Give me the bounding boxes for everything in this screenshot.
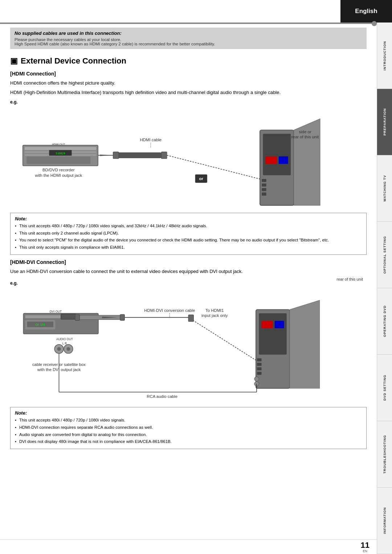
hdmi-note-list: This unit accepts 480i / 480p / 720p / 1… (15, 223, 362, 250)
svg-point-41 (57, 347, 61, 351)
page-number-area: 11 EN (0, 539, 377, 554)
hdmi-note-item-3: This unit only accepts signals in compli… (15, 244, 362, 250)
hdmi-note-item-1: This unit accepts only 2 channel audio s… (15, 230, 362, 236)
svg-text:or: or (199, 176, 204, 181)
svg-point-61 (254, 377, 259, 381)
svg-text:AUDIO OUT: AUDIO OUT (56, 338, 73, 341)
svg-rect-22 (262, 192, 266, 195)
dvi-heading: [HDMI-DVI Connection] (10, 259, 367, 265)
svg-rect-21 (262, 188, 266, 191)
svg-text:rear of this unit: rear of this unit (291, 135, 319, 139)
sidebar-tab-troubleshooting-label: TROUBLESHOOTING (383, 435, 387, 474)
svg-line-30 (167, 155, 260, 179)
svg-rect-37 (61, 314, 76, 319)
sidebar-tab-optional-setting[interactable]: OPTIONAL SETTING (377, 222, 392, 288)
hdmi-note-item-0: This unit accepts 480i / 480p / 720p / 1… (15, 223, 362, 229)
svg-text:with the HDMI output jack: with the HDMI output jack (34, 173, 82, 178)
sidebar-tab-dvd-setting[interactable]: DVD SETTING (377, 355, 392, 421)
svg-rect-45 (75, 314, 79, 321)
svg-rect-56 (275, 321, 284, 329)
info-box-title: No supplied cables are used in this conn… (15, 30, 362, 36)
svg-text:side or: side or (299, 130, 311, 134)
hdmi-heading: [HDMI Connection] (10, 71, 367, 77)
dvi-note-box: Note: This unit accepts 480i / 480p / 72… (10, 407, 367, 449)
svg-text:HDMI-DVI conversion cable: HDMI-DVI conversion cable (144, 308, 195, 313)
svg-text:CH 179: CH 179 (36, 323, 45, 326)
svg-text:HDMI cable: HDMI cable (140, 138, 162, 142)
svg-text:BD/DVD recorder: BD/DVD recorder (42, 168, 75, 172)
sidebar-tab-dvd-setting-label: DVD SETTING (383, 375, 387, 401)
svg-rect-20 (262, 183, 266, 186)
info-box-line2: High Speed HDMI cable (also known as HDM… (15, 42, 362, 46)
sidebar-tab-watching-tv[interactable]: WATCHING TV (377, 155, 392, 222)
svg-rect-13 (113, 152, 119, 159)
svg-text:RCA audio cable: RCA audio cable (147, 394, 177, 399)
dvi-body: Use an HDMI-DVI conversion cable to conn… (10, 268, 367, 275)
svg-rect-1 (25, 147, 96, 150)
hdmi-diagram: 510829 HDMI OUT HDMI cable or (10, 107, 367, 209)
sidebar-tab-introduction[interactable]: INTRODUCTION (377, 23, 392, 89)
dvi-diagram: CH 179 DVI OUT AUDIO OUT L R HDMI-DVI co… (10, 291, 367, 403)
svg-text:HDMI OUT: HDMI OUT (52, 143, 65, 146)
dvi-note-item-0: This unit accepts 480i / 480p / 720p / 1… (15, 417, 362, 423)
svg-rect-4 (26, 156, 90, 164)
svg-rect-18 (263, 134, 291, 175)
sidebar-tab-operating-dvd-label: OPERATING DVD (383, 305, 387, 337)
sidebar-tab-watching-tv-label: WATCHING TV (383, 175, 387, 201)
svg-rect-54 (259, 313, 286, 355)
hdmi-note-title: Note: (15, 216, 362, 221)
dvi-note-item-3: DVI does not display 480i image that is … (15, 439, 362, 445)
svg-rect-14 (161, 152, 167, 159)
right-sidebar: INTRODUCTION PREPARATION WATCHING TV OPT… (377, 23, 392, 554)
svg-text:510829: 510829 (56, 152, 65, 155)
dvi-note-item-2: Audio signals are converted from digital… (15, 432, 362, 438)
svg-marker-63 (290, 300, 320, 388)
sidebar-tab-operating-dvd[interactable]: OPERATING DVD (377, 288, 392, 355)
section-number-icon: ▣ (10, 56, 18, 66)
sidebar-tab-preparation[interactable]: PREPARATION (377, 89, 392, 155)
svg-rect-57 (257, 358, 261, 361)
svg-rect-59 (257, 367, 261, 370)
page-number: 11 (361, 541, 369, 549)
sidebar-tab-optional-setting-label: OPTIONAL SETTING (383, 236, 387, 274)
hdmi-body1: HDMI connection offers the highest pictu… (10, 80, 367, 87)
sidebar-tab-introduction-label: INTRODUCTION (383, 41, 387, 70)
svg-point-43 (66, 347, 70, 351)
dvi-dest-label: rear of this unit (336, 277, 363, 281)
section-title: ▣ External Device Connection (10, 56, 367, 66)
svg-rect-12 (117, 152, 162, 158)
svg-rect-19 (262, 179, 266, 182)
sidebar-tab-information[interactable]: INFORMATION (377, 488, 392, 554)
svg-rect-60 (257, 372, 261, 375)
svg-text:input jack only: input jack only (201, 314, 228, 318)
hdmi-note-box: Note: This unit accepts 480i / 480p / 72… (10, 213, 367, 255)
hdmi-note-item-2: You need to select "PCM" for the digital… (15, 237, 362, 243)
sidebar-tab-troubleshooting[interactable]: TROUBLESHOOTING (377, 421, 392, 488)
info-box-line1: Please purchase the necessary cables at … (15, 37, 362, 42)
svg-rect-58 (257, 363, 261, 366)
sidebar-tab-information-label: INFORMATION (383, 507, 387, 534)
svg-rect-46 (120, 314, 124, 321)
language-bar: English (340, 0, 392, 23)
dvi-note-list: This unit accepts 480i / 480p / 720p / 1… (15, 417, 362, 445)
svg-text:DVI OUT: DVI OUT (50, 310, 62, 313)
section-title-text: External Device Connection (21, 56, 126, 66)
svg-rect-23 (266, 156, 277, 164)
page-suffix: EN (363, 549, 368, 553)
svg-text:To HDMI1: To HDMI1 (205, 308, 224, 313)
svg-rect-55 (262, 321, 273, 329)
dvi-eg-label: e.g. (10, 281, 18, 286)
dvi-note-item-1: HDMI-DVI connection requires separate RC… (15, 424, 362, 431)
sidebar-tab-preparation-label: PREPARATION (383, 108, 387, 135)
svg-rect-71 (188, 315, 193, 322)
svg-rect-24 (279, 156, 288, 164)
svg-line-70 (188, 318, 256, 360)
info-box: No supplied cables are used in this conn… (10, 28, 367, 49)
language-label: English (355, 8, 377, 15)
main-content: No supplied cables are used in this conn… (0, 24, 377, 460)
hdmi-body2: HDMI (High-Definition Multimedia Interfa… (10, 89, 367, 96)
dvi-note-title: Note: (15, 410, 362, 416)
hdmi-eg-label: e.g. (10, 99, 367, 105)
